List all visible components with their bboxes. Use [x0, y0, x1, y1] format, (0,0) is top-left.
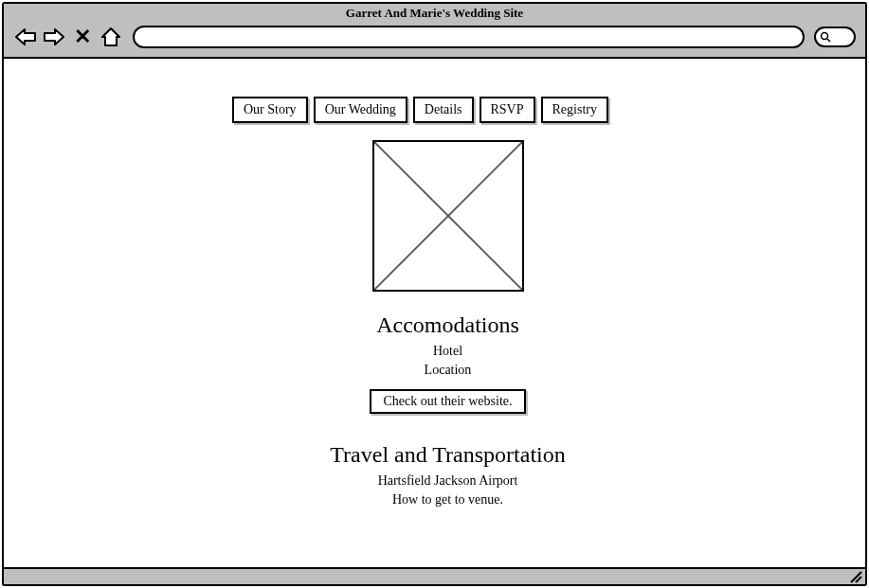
website-button[interactable]: Check out their website.	[370, 389, 525, 414]
url-input[interactable]	[133, 26, 805, 48]
search-button[interactable]	[814, 27, 856, 47]
travel-directions: How to get to venue.	[392, 492, 503, 508]
search-icon	[820, 31, 831, 43]
accommodations-location: Location	[425, 363, 472, 378]
tab-details[interactable]: Details	[413, 97, 474, 123]
forward-icon[interactable]	[42, 25, 66, 49]
tab-our-story[interactable]: Our Story	[232, 97, 308, 123]
nav-tabs: Our Story Our Wedding Details RSVP Regis…	[232, 97, 608, 123]
accommodations-heading: Accomodations	[376, 312, 519, 338]
stop-icon[interactable]: ✕	[70, 25, 95, 49]
statusbar	[4, 567, 865, 584]
tab-our-wedding[interactable]: Our Wedding	[314, 97, 407, 123]
image-placeholder	[372, 140, 524, 292]
home-icon[interactable]	[99, 25, 123, 49]
svg-line-1	[827, 39, 830, 42]
titlebar: Garret And Marie's Wedding Site ✕	[4, 4, 865, 59]
window-title: Garret And Marie's Wedding Site	[4, 6, 865, 21]
tab-rsvp[interactable]: RSVP	[480, 97, 535, 123]
page-content: Our Story Our Wedding Details RSVP Regis…	[4, 59, 865, 567]
tab-registry[interactable]: Registry	[541, 97, 608, 123]
accommodations-hotel: Hotel	[433, 344, 462, 359]
travel-heading: Travel and Transportation	[330, 442, 565, 468]
browser-toolbar: ✕	[13, 25, 856, 49]
back-icon[interactable]	[13, 25, 38, 49]
browser-window: Garret And Marie's Wedding Site ✕ Our St…	[2, 2, 867, 586]
svg-point-0	[822, 33, 828, 40]
travel-airport: Hartsfield Jackson Airport	[378, 473, 518, 489]
resize-grip-icon[interactable]	[849, 570, 862, 583]
